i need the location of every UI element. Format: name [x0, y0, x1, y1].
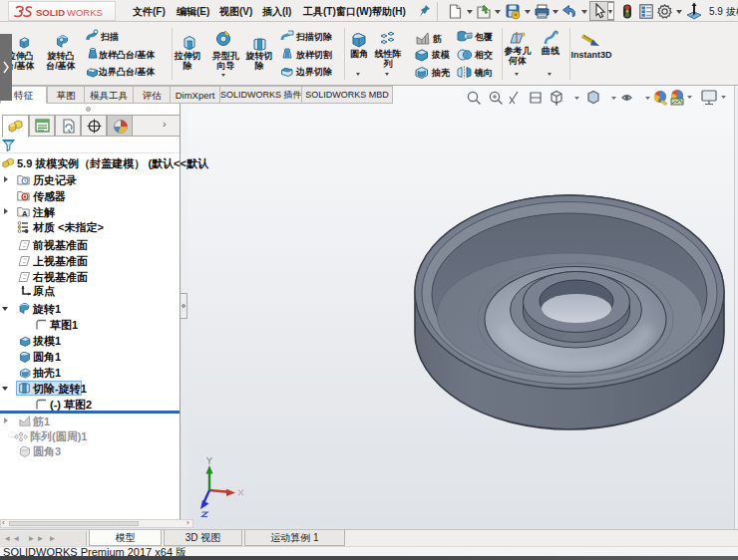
svg-text:A: A	[22, 209, 28, 218]
svg-text:ab: ab	[467, 34, 473, 39]
svg-text:WORKS: WORKS	[67, 7, 103, 18]
svg-text:SOLID: SOLID	[36, 7, 65, 18]
